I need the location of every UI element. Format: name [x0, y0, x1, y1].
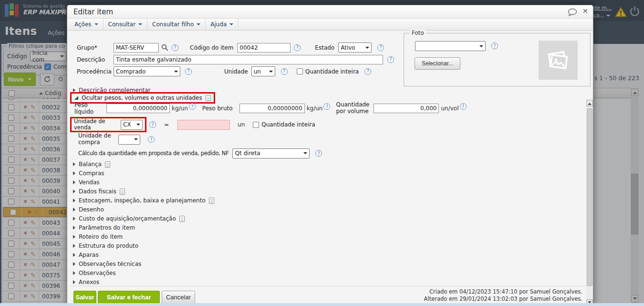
help-icon[interactable]: ? [148, 136, 155, 143]
section-balanca[interactable]: Balança [73, 161, 110, 168]
photo-placeholder [539, 41, 578, 80]
help-icon[interactable]: ? [323, 103, 330, 110]
section-anexos[interactable]: Anexos [73, 279, 99, 285]
help-icon[interactable]: ? [315, 150, 322, 157]
unidade-select[interactable]: un [251, 66, 275, 76]
menu-consultar-filho[interactable]: Consultar filho [147, 19, 206, 30]
section-label: Custo de aquisição/orçamentação [79, 215, 176, 222]
triangle-expanded-icon [74, 96, 78, 100]
section-estrutura[interactable]: Estrutura do produto [73, 243, 138, 249]
codigo-item-input[interactable]: 00042 [237, 43, 291, 53]
document-icon[interactable] [209, 198, 214, 204]
section-ocultar-pesos[interactable]: Ocultar pesos, volumes e outras unidades [82, 95, 202, 101]
procedencia-select[interactable]: Comprado [114, 66, 180, 76]
grupo-input[interactable]: MAT-SERV [114, 43, 159, 53]
help-icon[interactable]: ? [294, 44, 301, 51]
peso-bruto-label: Peso bruto [202, 105, 233, 112]
dialog-menubar: Ações Consultar Consultar filho Ajuda [67, 19, 593, 31]
triangle-right-icon [73, 180, 75, 184]
quantidade-por-volume-unit: un/vol [441, 105, 458, 112]
document-icon[interactable] [120, 189, 125, 195]
document-icon[interactable] [206, 95, 211, 101]
quantidade-inteira-venda-label: Quantidade inteira [261, 121, 315, 128]
quantidade-inteira-venda-checkbox[interactable] [253, 122, 259, 128]
peso-liquido-input[interactable]: 0,00000000 [106, 104, 170, 113]
descricao-input[interactable]: Tinta esmalte galvanizado [114, 55, 383, 64]
section-custo-aquisicao[interactable]: Custo de aquisição/orçamentação [73, 215, 185, 222]
help-icon[interactable]: ? [172, 44, 178, 51]
peso-liquido-label: Peso líquido [74, 102, 105, 115]
close-icon[interactable]: ✕ [582, 7, 588, 15]
cancelar-button[interactable]: Cancelar [162, 291, 195, 304]
triangle-right-icon [73, 262, 75, 266]
triangle-right-icon [73, 162, 75, 166]
help-icon[interactable]: ? [460, 103, 467, 110]
unidade-venda-highlight: Unidade de venda CX [70, 117, 146, 132]
codigo-item-label: Código do item [190, 44, 233, 51]
menu-acoes[interactable]: Ações [70, 19, 104, 30]
dialog-title: Editar item [73, 8, 113, 16]
unidade-compra-select[interactable] [118, 135, 140, 145]
section-aparas[interactable]: Aparas [73, 252, 99, 258]
created-text: Criado em 04/12/2023 15:47:10 por Samuel… [424, 288, 582, 295]
quantidade-por-volume-input[interactable]: 0,000 [374, 104, 439, 113]
triangle-up-icon [588, 101, 592, 105]
procedencia-value: Comprado [116, 68, 145, 75]
scrollbar-thumb[interactable] [587, 108, 592, 286]
comment-bubble-icon[interactable] [567, 8, 579, 18]
section-compras[interactable]: Compras [73, 170, 104, 177]
section-label: Vendas [79, 179, 100, 186]
conversion-input[interactable] [177, 120, 230, 130]
chevron-down-icon [303, 152, 307, 156]
unidade-label: Unidade [224, 68, 248, 75]
section-label: Estocagem, inspeção, baixa e planejament… [79, 197, 206, 204]
triangle-right-icon [73, 271, 75, 275]
estado-select[interactable]: Ativo [338, 42, 372, 53]
help-icon[interactable]: ? [491, 42, 498, 49]
selecionar-button[interactable]: Selecionar... [415, 57, 460, 70]
chevron-down-icon [174, 71, 178, 74]
section-vendas[interactable]: Vendas [73, 179, 100, 186]
menu-consultar[interactable]: Consultar [104, 19, 148, 30]
section-label: Parâmetros do item [79, 224, 135, 231]
calculo-select[interactable]: Qt direta [232, 148, 310, 158]
triangle-right-icon [73, 190, 75, 193]
help-icon[interactable]: ? [377, 44, 384, 51]
triangle-right-icon [73, 88, 75, 92]
foto-select[interactable] [415, 41, 486, 51]
help-icon[interactable]: ? [281, 68, 288, 75]
quantidade-inteira-checkbox[interactable] [297, 68, 303, 74]
document-icon[interactable] [179, 216, 185, 222]
salvar-button[interactable]: Salvar [73, 291, 96, 304]
section-label: Balança [79, 161, 102, 168]
section-roteiro[interactable]: Roteiro do item [73, 233, 123, 240]
section-parametros[interactable]: Parâmetros do item [73, 224, 135, 231]
section-observacoes-tecnicas[interactable]: Observações técnicas [73, 261, 141, 267]
unidade-venda-select[interactable]: CX [121, 120, 143, 130]
document-icon[interactable] [105, 161, 110, 168]
peso-bruto-input[interactable]: 0,00000000 [239, 104, 305, 113]
search-icon[interactable] [161, 44, 168, 51]
help-icon[interactable]: ? [185, 68, 192, 75]
salvar-e-fechar-button[interactable]: Salvar e fechar [98, 291, 160, 304]
quantidade-inteira-label: Quantidade inteira [305, 68, 359, 75]
bottom-edge-strip [0, 303, 644, 306]
menu-acoes-label: Ações [74, 21, 92, 28]
dialog-titlebar[interactable]: Editar item ✕ [67, 5, 593, 19]
menu-ajuda[interactable]: Ajuda [206, 19, 239, 30]
foto-legend: Foto [410, 30, 426, 36]
help-icon[interactable]: ? [364, 68, 371, 75]
help-icon[interactable]: ? [189, 103, 196, 110]
help-icon[interactable]: ? [387, 56, 394, 63]
menu-ajuda-label: Ajuda [210, 21, 227, 28]
section-observacoes[interactable]: Observações [73, 270, 116, 276]
help-icon[interactable]: ? [149, 121, 156, 128]
section-dados-fiscais[interactable]: Dados fiscais [73, 188, 125, 195]
scroll-up-button[interactable] [586, 100, 593, 106]
section-estocagem[interactable]: Estocagem, inspeção, baixa e planejament… [73, 197, 214, 204]
section-label: Estrutura do produto [79, 243, 138, 249]
dialog-scrollbar[interactable] [586, 100, 593, 306]
descricao-label: Descrição [77, 56, 114, 63]
menu-consultar-filho-label: Consultar filho [152, 21, 194, 28]
section-desenho[interactable]: Desenho [73, 206, 104, 213]
